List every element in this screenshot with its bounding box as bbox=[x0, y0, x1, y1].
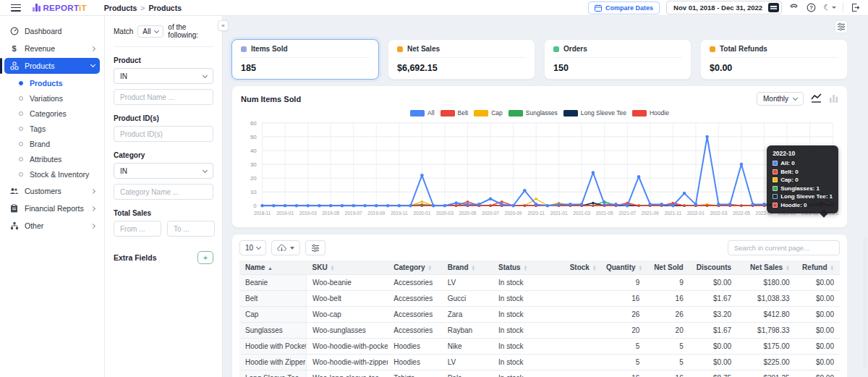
column-header-category[interactable]: Category▲▼ bbox=[388, 260, 441, 275]
app-logo[interactable]: REPORTiT bbox=[33, 4, 87, 12]
legend-color-chip bbox=[563, 110, 578, 117]
cell-stock bbox=[564, 323, 600, 339]
column-header-net-sold[interactable]: Net Sold bbox=[645, 260, 689, 275]
table-row[interactable]: BeanieWoo-beanieAccessoriesLVIn stock99$… bbox=[239, 275, 840, 291]
column-header-refund[interactable]: Refund▲▼ bbox=[796, 260, 840, 275]
sidebar-item-revenue[interactable]: $ Revenue bbox=[4, 41, 100, 56]
table-row[interactable]: Hoodie with ZipperWoo-hoodie-with-zipper… bbox=[239, 355, 840, 370]
stat-card-orders[interactable]: Orders150 bbox=[544, 39, 692, 80]
category-name-input[interactable] bbox=[114, 184, 213, 200]
sort-icon[interactable]: ▲▼ bbox=[639, 265, 642, 271]
column-header-brand[interactable]: Brand▲▼ bbox=[442, 260, 493, 275]
sort-icon[interactable]: ▲▼ bbox=[830, 265, 834, 271]
table-row[interactable]: Hoodie with PocketWoo-hoodie-with-pocket… bbox=[239, 339, 840, 355]
column-header-status[interactable]: Status▲▼ bbox=[493, 260, 564, 275]
stat-card-items-sold[interactable]: Items Sold185 bbox=[231, 39, 379, 80]
cell-discounts: $8.75 bbox=[689, 370, 737, 377]
stat-card-total-refunds[interactable]: Total Refunds$0.00 bbox=[700, 39, 848, 80]
sort-asc-icon[interactable]: ▲ bbox=[268, 266, 272, 271]
table-row[interactable]: CapWoo-capAccessoriesZaraIn stock2626$3.… bbox=[239, 307, 840, 323]
match-select[interactable]: All bbox=[137, 25, 163, 38]
cell-refund: $0.00 bbox=[796, 307, 840, 323]
sidebar-item-dashboard[interactable]: Dashboard bbox=[4, 23, 100, 39]
line-chart-toggle[interactable] bbox=[811, 93, 822, 106]
sidebar-subitem-tags[interactable]: Tags bbox=[0, 121, 104, 136]
cell-stock bbox=[564, 370, 600, 377]
sidebar-subitem-attributes[interactable]: Attributes bbox=[0, 151, 104, 166]
table-search-input[interactable] bbox=[728, 240, 840, 255]
table-row[interactable]: Long Sleeve TeeWoo-long-sleeve-teeTshirt… bbox=[239, 370, 840, 377]
page-scrollbar[interactable] bbox=[863, 237, 867, 368]
legend-item-sunglasses[interactable]: Sunglasses bbox=[509, 109, 558, 117]
column-header-sku[interactable]: SKU▲▼ bbox=[307, 260, 388, 275]
sidebar-subitem-categories[interactable]: Categories bbox=[0, 106, 104, 121]
legend-item-all[interactable]: All bbox=[410, 109, 434, 117]
sort-icon[interactable]: ▲▼ bbox=[592, 265, 596, 271]
cell-category: Hoodies bbox=[388, 355, 441, 370]
chart-plot[interactable]: 01020304050602018-112019-012019-032019-0… bbox=[241, 119, 838, 222]
sort-icon[interactable]: ▲▼ bbox=[786, 265, 789, 271]
breadcrumb-section[interactable]: Products bbox=[104, 4, 137, 12]
legend-item-long-sleeve-tee[interactable]: Long Sleeve Tee bbox=[563, 109, 626, 117]
filter-panel: Match All of the following: Product IN P… bbox=[105, 16, 223, 377]
tooltip-color-chip bbox=[773, 186, 778, 191]
column-header-discounts[interactable]: Discounts bbox=[689, 260, 737, 275]
page-size-select[interactable]: 10 bbox=[239, 240, 266, 255]
bar-chart-toggle[interactable] bbox=[829, 93, 838, 106]
sidebar-subitem-variations[interactable]: Variations bbox=[0, 90, 104, 106]
column-header-quantity[interactable]: Quantity▲▼ bbox=[600, 260, 645, 275]
tooltip-row: All: 0 bbox=[773, 160, 833, 166]
sort-icon[interactable]: ▲▼ bbox=[472, 265, 475, 271]
filter-panel-collapse-button[interactable]: « bbox=[218, 20, 229, 31]
cell-status: In stock bbox=[493, 291, 564, 307]
stat-card-net-sales[interactable]: Net Sales$6,692.15 bbox=[388, 39, 535, 80]
date-range-text: Nov 01, 2018 - Dec 31, 2022 bbox=[673, 4, 762, 12]
sidebar-subitem-products[interactable]: Products bbox=[0, 75, 104, 90]
svg-text:30: 30 bbox=[250, 161, 257, 168]
theme-toggle[interactable]: ☾ bbox=[823, 3, 836, 12]
stat-color-dot bbox=[241, 46, 247, 52]
add-extra-field-button[interactable]: + bbox=[197, 251, 213, 264]
legend-item-belt[interactable]: Belt bbox=[441, 109, 469, 117]
export-button[interactable] bbox=[271, 240, 300, 255]
date-range-picker[interactable]: Nov 01, 2018 - Dec 31, 2022 bbox=[666, 1, 782, 14]
sidebar-subitem-stock-inventory[interactable]: Stock & Inventory bbox=[0, 166, 104, 182]
logout-icon[interactable] bbox=[850, 2, 861, 13]
compare-dates-button[interactable]: Compare Dates bbox=[588, 1, 660, 14]
sidebar-item-financial-reports[interactable]: Financial Reports bbox=[4, 200, 100, 216]
legend-label: Hoodie bbox=[650, 109, 669, 117]
table-row[interactable]: SunglassesWoo-sunglassesAccessoriesRayba… bbox=[239, 323, 840, 339]
phone-icon[interactable] bbox=[788, 2, 799, 13]
cell-discounts: $3.20 bbox=[689, 307, 737, 323]
product-operator-select[interactable]: IN bbox=[114, 68, 213, 84]
sort-icon[interactable]: ▲▼ bbox=[428, 265, 432, 271]
sidebar-subitem-brand[interactable]: Brand bbox=[0, 136, 104, 151]
category-operator-select[interactable]: IN bbox=[114, 163, 213, 179]
sidebar-item-other[interactable]: Other bbox=[4, 218, 100, 234]
product-name-input[interactable] bbox=[114, 89, 213, 105]
table-row[interactable]: BeltWoo-beltAccessoriesGucciIn stock1616… bbox=[239, 291, 840, 307]
table-columns-settings-button[interactable] bbox=[305, 240, 326, 255]
sliders-icon bbox=[837, 22, 846, 31]
column-header-stock[interactable]: Stock▲▼ bbox=[564, 260, 600, 275]
sidebar-item-label: Other bbox=[25, 221, 43, 230]
chart-period-select[interactable]: Monthly bbox=[757, 92, 804, 106]
legend-item-hoodie[interactable]: Hoodie bbox=[632, 109, 669, 117]
sidebar-item-products[interactable]: Products bbox=[4, 58, 100, 74]
table-panel: 10 Name▲SKU▲▼Category▲▼Brand▲▼Status▲▼St… bbox=[231, 234, 848, 377]
help-icon[interactable]: ? bbox=[806, 2, 817, 13]
total-sales-to-input[interactable] bbox=[167, 221, 215, 237]
sidebar-subitem-label: Attributes bbox=[30, 155, 61, 164]
hamburger-menu-icon[interactable] bbox=[11, 4, 21, 12]
sidebar-item-customers[interactable]: Customers bbox=[4, 183, 100, 199]
sort-icon[interactable]: ▲▼ bbox=[331, 265, 334, 271]
items-sold-line-chart[interactable]: 01020304050602018-112019-012019-032019-0… bbox=[241, 119, 838, 219]
calendar-icon[interactable] bbox=[768, 3, 779, 12]
legend-item-cap[interactable]: Cap bbox=[474, 109, 503, 117]
total-sales-from-input[interactable] bbox=[114, 221, 161, 237]
column-header-name[interactable]: Name▲ bbox=[239, 260, 307, 275]
dashboard-settings-button[interactable] bbox=[835, 20, 848, 33]
column-header-net-sales[interactable]: Net Sales▲▼ bbox=[737, 260, 795, 275]
product-ids-input[interactable] bbox=[114, 126, 213, 142]
sort-icon[interactable]: ▲▼ bbox=[524, 265, 527, 271]
